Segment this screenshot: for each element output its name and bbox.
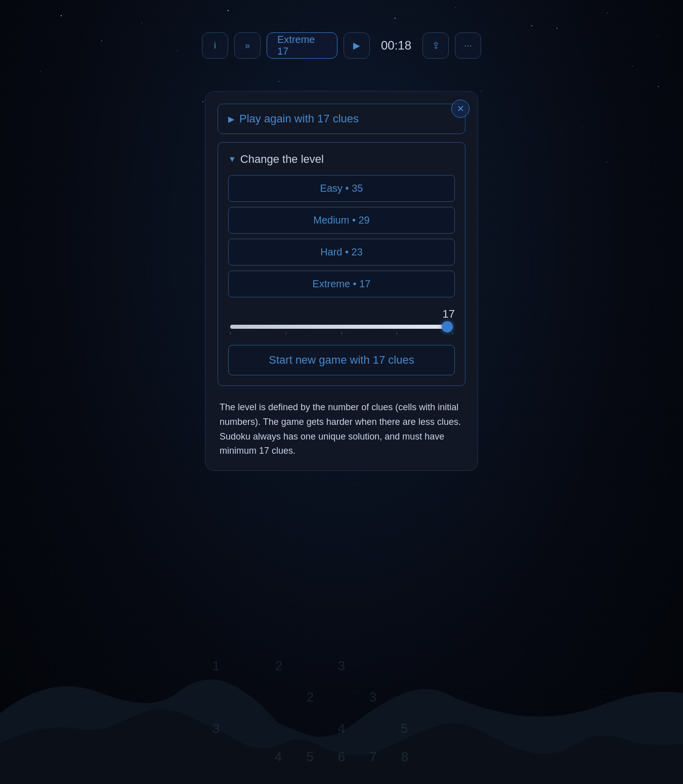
play-again-arrow-icon: ▶: [228, 114, 234, 124]
change-level-section: ▼ Change the level Easy • 35 Medium • 29…: [218, 142, 465, 386]
change-level-arrow-icon: ▼: [228, 155, 236, 164]
change-level-title: Change the level: [240, 153, 324, 166]
slider-track: [230, 325, 453, 329]
start-btn-label: Start new game with 17 clues: [269, 354, 414, 366]
level-medium-button[interactable]: Medium • 29: [228, 207, 455, 234]
play-again-section[interactable]: ▶ Play again with 17 clues: [218, 104, 465, 134]
level-buttons-container: Easy • 35 Medium • 29 Hard • 23 Extreme …: [228, 175, 455, 297]
modal-overlay: ✕ ▶ Play again with 17 clues ▼ Change th…: [0, 0, 683, 784]
clues-slider-section: 17: [228, 308, 455, 335]
settings-modal: ✕ ▶ Play again with 17 clues ▼ Change th…: [205, 91, 478, 471]
level-extreme-button[interactable]: Extreme • 17: [228, 271, 455, 297]
description-text: The level is defined by the number of cl…: [218, 394, 465, 458]
slider-fill: [230, 325, 453, 329]
level-easy-button[interactable]: Easy • 35: [228, 175, 455, 202]
close-icon: ✕: [457, 103, 464, 114]
level-hard-button[interactable]: Hard • 23: [228, 239, 455, 266]
start-new-game-button[interactable]: Start new game with 17 clues: [228, 345, 455, 375]
slider-value-display: 17: [228, 308, 455, 321]
change-level-header: ▼ Change the level: [228, 153, 455, 166]
slider-thumb[interactable]: [442, 321, 453, 332]
modal-close-button[interactable]: ✕: [451, 100, 469, 118]
slider-ticks: [228, 329, 455, 335]
play-again-label: Play again with 17 clues: [239, 112, 359, 125]
